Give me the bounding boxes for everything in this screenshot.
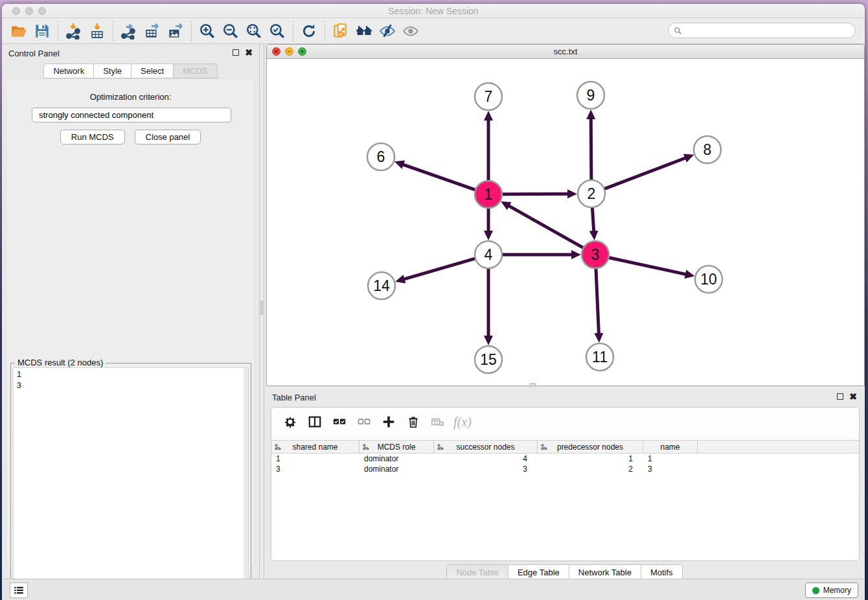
result-scrollbar[interactable] — [244, 368, 248, 600]
tab-node-table[interactable]: Node Table — [447, 565, 508, 580]
tab-select[interactable]: Select — [131, 63, 174, 78]
cell-predecessor-nodes[interactable]: 2 — [538, 464, 643, 474]
edge-2-8[interactable] — [604, 158, 686, 189]
right-area: ✕ − + scc.txt 7968124314101511 Table Pan… — [264, 44, 865, 579]
splitter-handle[interactable] — [260, 301, 263, 315]
tab-network-table[interactable]: Network Table — [569, 565, 641, 580]
node-label-11: 11 — [592, 349, 608, 365]
export-table-icon — [144, 23, 161, 40]
node-label-9: 9 — [587, 87, 595, 104]
import-network-button[interactable] — [62, 21, 86, 41]
mcds-result-area[interactable]: 1 3 — [13, 367, 249, 600]
node-table[interactable]: shared nameMCDS rolesuccessor nodesprede… — [271, 440, 859, 560]
clone-network-button[interactable] — [329, 21, 352, 41]
delete-table-icon — [431, 415, 445, 429]
export-network-icon — [120, 23, 137, 40]
edge-2-3[interactable] — [592, 207, 593, 231]
float-table-panel-icon[interactable] — [837, 393, 843, 400]
cell-successor-nodes[interactable]: 3 — [434, 464, 538, 474]
save-session-button[interactable] — [30, 21, 54, 41]
edge-2-9[interactable] — [591, 119, 591, 180]
clone-network-icon — [332, 23, 349, 40]
search-box[interactable] — [668, 23, 856, 38]
checked-boxes-icon — [332, 415, 347, 429]
control-panel-title: Control Panel — [8, 49, 60, 58]
delete-column-button[interactable] — [402, 411, 424, 433]
network-canvas[interactable]: 7968124314101511 — [267, 59, 864, 384]
mcds-result-text: 1 3 — [14, 368, 248, 393]
zoom-out-button[interactable] — [219, 21, 242, 41]
apply-layout-button[interactable] — [297, 21, 321, 41]
delete-table-button[interactable] — [427, 411, 449, 433]
select-all-button[interactable] — [328, 411, 350, 433]
status-bar: Memory — [2, 579, 865, 600]
refresh-icon — [301, 23, 317, 40]
tab-motifs[interactable]: Motifs — [641, 565, 682, 580]
cell-shared-name[interactable]: 3 — [271, 464, 360, 474]
table-panel-title: Table Panel — [272, 393, 316, 402]
cell-MCDS-role[interactable]: dominator — [360, 464, 434, 474]
panel-splitter[interactable] — [259, 44, 264, 579]
optimization-criterion-select[interactable]: strongly connected component — [32, 108, 231, 122]
table-row[interactable]: 3dominator323 — [271, 464, 859, 474]
close-panel-icon[interactable]: ✖ — [245, 49, 253, 56]
app-window: Session: New Session — [2, 4, 865, 600]
zoom-fit-button[interactable] — [242, 21, 266, 41]
cell-shared-name[interactable]: 1 — [271, 454, 360, 464]
home-button[interactable] — [352, 21, 376, 41]
dropdown-arrows-icon — [216, 115, 228, 115]
table-panel: Table Panel ✖ — [264, 389, 865, 579]
export-network-button[interactable] — [117, 21, 141, 41]
deselect-all-button[interactable] — [353, 411, 375, 433]
hide-graphics-details-button[interactable] — [376, 21, 399, 41]
edge-1-2[interactable] — [502, 194, 568, 194]
tab-style[interactable]: Style — [94, 63, 131, 78]
run-mcds-button[interactable]: Run MCDS — [60, 130, 125, 144]
column-header-MCDS-role[interactable]: MCDS role — [360, 441, 434, 454]
zoom-selected-button[interactable] — [266, 21, 289, 41]
open-folder-icon — [10, 23, 27, 40]
edge-3-10[interactable] — [609, 257, 686, 274]
node-label-2: 2 — [588, 185, 596, 202]
edge-4-14[interactable] — [404, 259, 475, 279]
network-window-titlebar[interactable]: ✕ − + scc.txt — [267, 45, 864, 59]
tab-edge-table[interactable]: Edge Table — [508, 565, 569, 580]
zoom-in-button[interactable] — [196, 21, 219, 41]
titlebar: Session: New Session — [2, 4, 865, 18]
toggle-panel-button[interactable] — [304, 411, 326, 433]
mcds-result-title: MCDS result (2 nodes) — [15, 358, 106, 367]
column-header-shared-name[interactable]: shared name — [271, 441, 360, 454]
memory-button[interactable]: Memory — [805, 583, 858, 598]
node-label-7: 7 — [485, 88, 493, 105]
cell-MCDS-role[interactable]: dominator — [360, 454, 434, 464]
tab-network[interactable]: Network — [43, 63, 94, 78]
edge-3-11[interactable] — [596, 268, 599, 334]
table-header-row: shared nameMCDS rolesuccessor nodesprede… — [271, 441, 859, 454]
cell-predecessor-nodes[interactable]: 1 — [538, 454, 643, 464]
export-image-button[interactable] — [164, 21, 187, 41]
column-header-successor-nodes[interactable]: successor nodes — [434, 441, 538, 454]
table-row[interactable]: 1dominator411 — [271, 454, 859, 464]
cell-successor-nodes[interactable]: 4 — [434, 454, 538, 464]
float-panel-icon[interactable] — [233, 49, 239, 56]
close-panel-button[interactable]: Close panel — [135, 130, 201, 144]
close-table-panel-icon[interactable]: ✖ — [849, 393, 857, 400]
function-builder-button[interactable]: f(x) — [451, 411, 474, 433]
task-history-button[interactable] — [10, 583, 28, 598]
table-settings-button[interactable] — [279, 411, 301, 433]
show-graphics-details-button[interactable] — [399, 21, 422, 41]
edge-3-1[interactable] — [508, 206, 583, 248]
import-table-button[interactable] — [86, 21, 109, 41]
canvas-resize-handle[interactable] — [530, 383, 536, 387]
export-table-button[interactable] — [141, 21, 164, 41]
open-session-button[interactable] — [7, 21, 30, 41]
network-graph[interactable]: 7968124314101511 — [267, 59, 864, 384]
tab-mcds[interactable]: MCDS — [174, 63, 217, 78]
cell-name[interactable]: 1 — [643, 454, 698, 464]
cell-name[interactable]: 3 — [643, 464, 698, 474]
column-header-predecessor-nodes[interactable]: predecessor nodes — [538, 441, 643, 454]
column-header-name[interactable]: name — [643, 441, 698, 454]
search-input[interactable] — [682, 25, 855, 36]
edge-1-6[interactable] — [403, 165, 475, 190]
add-column-button[interactable] — [378, 411, 400, 433]
